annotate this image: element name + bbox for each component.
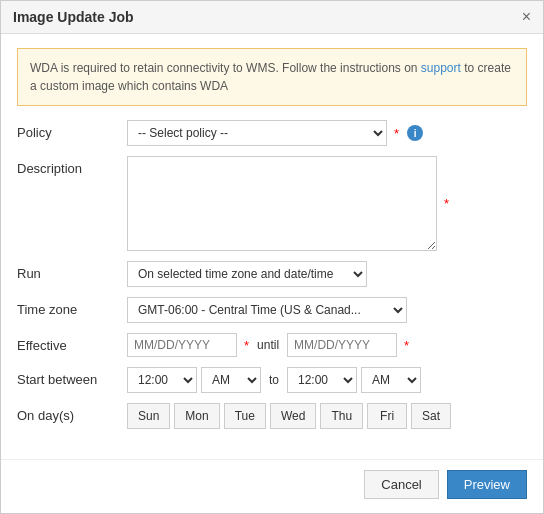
on-days-label: On day(s)	[17, 403, 127, 423]
day-btn-sun[interactable]: Sun	[127, 403, 170, 429]
cancel-button[interactable]: Cancel	[364, 470, 438, 499]
on-days-row: On day(s) Sun Mon Tue Wed Thu Fri Sat	[17, 403, 527, 429]
policy-select[interactable]: -- Select policy --	[127, 120, 387, 146]
alert-text-before: WDA is required to retain connectivity t…	[30, 61, 421, 75]
effective-row: Effective * until *	[17, 333, 527, 357]
timezone-label: Time zone	[17, 297, 127, 317]
effective-label: Effective	[17, 333, 127, 353]
until-label: until	[257, 338, 279, 352]
description-row: Description *	[17, 156, 527, 251]
description-label: Description	[17, 156, 127, 176]
policy-label: Policy	[17, 120, 127, 140]
day-btn-fri[interactable]: Fri	[367, 403, 407, 429]
day-btn-sat[interactable]: Sat	[411, 403, 451, 429]
timezone-field: GMT-06:00 - Central Time (US & Canad...	[127, 297, 527, 323]
day-btn-thu[interactable]: Thu	[320, 403, 363, 429]
preview-button[interactable]: Preview	[447, 470, 527, 499]
dialog-title: Image Update Job	[13, 9, 134, 25]
day-btn-mon[interactable]: Mon	[174, 403, 219, 429]
effective-from-required: *	[244, 338, 249, 353]
ampm-start-select[interactable]: AM	[201, 367, 261, 393]
day-btn-tue[interactable]: Tue	[224, 403, 266, 429]
start-between-label: Start between	[17, 367, 127, 387]
run-select[interactable]: On selected time zone and date/time	[127, 261, 367, 287]
dialog-footer: Cancel Preview	[1, 459, 543, 513]
dialog-image-update-job: Image Update Job × WDA is required to re…	[0, 0, 544, 514]
dialog-title-bar: Image Update Job ×	[1, 1, 543, 34]
policy-required-star: *	[394, 126, 399, 141]
day-btn-wed[interactable]: Wed	[270, 403, 316, 429]
alert-link[interactable]: support	[421, 61, 461, 75]
description-textarea[interactable]	[127, 156, 437, 251]
dialog-body: WDA is required to retain connectivity t…	[1, 34, 543, 453]
effective-from-input[interactable]	[127, 333, 237, 357]
effective-until-required: *	[404, 338, 409, 353]
description-required-star: *	[444, 196, 449, 211]
start-between-field: 12:00 AM to 12:00 AM	[127, 367, 527, 393]
to-label: to	[269, 373, 279, 387]
run-row: Run On selected time zone and date/time	[17, 261, 527, 287]
description-field: *	[127, 156, 527, 251]
alert-box: WDA is required to retain connectivity t…	[17, 48, 527, 106]
on-days-field: Sun Mon Tue Wed Thu Fri Sat	[127, 403, 527, 429]
effective-until-input[interactable]	[287, 333, 397, 357]
timezone-select[interactable]: GMT-06:00 - Central Time (US & Canad...	[127, 297, 407, 323]
run-label: Run	[17, 261, 127, 281]
run-field: On selected time zone and date/time	[127, 261, 527, 287]
start-between-row: Start between 12:00 AM to 12:00 AM	[17, 367, 527, 393]
policy-field: -- Select policy -- * i	[127, 120, 527, 146]
policy-row: Policy -- Select policy -- * i	[17, 120, 527, 146]
ampm-end-select[interactable]: AM	[361, 367, 421, 393]
info-icon[interactable]: i	[407, 125, 423, 141]
time-start-select[interactable]: 12:00	[127, 367, 197, 393]
effective-field: * until *	[127, 333, 527, 357]
time-end-select[interactable]: 12:00	[287, 367, 357, 393]
close-button[interactable]: ×	[522, 9, 531, 25]
timezone-row: Time zone GMT-06:00 - Central Time (US &…	[17, 297, 527, 323]
